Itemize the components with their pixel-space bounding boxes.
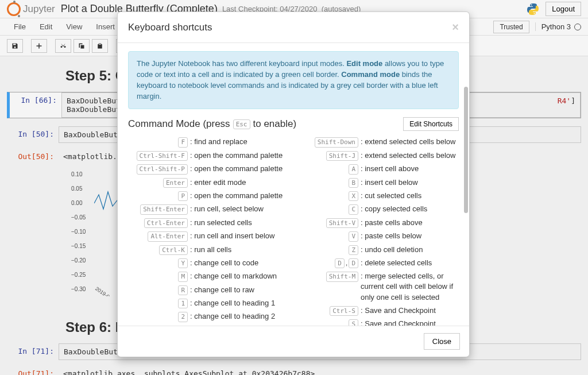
keyboard-shortcuts-modal: Keyboard shortcuts × The Jupyter Noteboo… [117,11,470,357]
shortcut-desc: : enter edit mode [190,177,288,188]
key-shift-enter: Shift-Enter [140,204,188,214]
shortcut-keys: B [299,177,361,188]
shortcut-row: Ctrl-Shift-F: open the command palette [128,150,288,161]
key-shift-v: Shift-V [326,218,358,228]
key-m: M [178,272,188,281]
key-d: D [349,258,358,268]
shortcut-keys: Shift-V [299,218,361,228]
shortcuts-col-left: F: find and replaceCtrl-Shift-F: open th… [128,137,288,326]
shortcuts-col-right: Shift-Down: extend selected cells belowS… [299,137,459,326]
shortcut-row: 2: change cell to heading 2 [128,311,288,322]
key-ctrl-s: Ctrl-S [330,306,358,316]
shortcut-desc: : run cell and insert below [190,231,288,241]
key-p: P [178,191,188,201]
shortcut-keys: Shift-J [299,150,361,161]
shortcut-keys: F [128,137,190,147]
shortcut-keys: Ctrl-S [299,306,361,316]
shortcut-row: Alt-Enter: run cell and insert below [128,231,288,241]
shortcut-row: S: Save and Checkpoint [299,319,459,326]
shortcut-row: A: insert cell above [299,164,459,174]
key-ctrl-shift-f: Ctrl-Shift-F [137,151,188,161]
shortcut-keys: Ctrl-Enter [128,218,190,228]
modal-body: The Jupyter Notebook has two different k… [118,43,469,326]
shortcut-desc: : insert cell below [361,177,459,188]
shortcut-desc: : find and replace [190,137,288,147]
shortcut-row: X: cut selected cells [299,191,459,201]
key-d: D [335,258,345,268]
shortcut-desc: : change cell to heading 1 [190,298,288,308]
shortcut-desc: : change cell to code [190,258,288,268]
shortcut-row: Ctrl-K: run all cells [128,245,288,255]
shortcut-keys: 1 [128,298,190,308]
shortcut-desc: : open the command palette [190,191,288,201]
scrollbar-thumb[interactable] [464,87,468,213]
shortcut-desc: : change cell to heading 2 [190,311,288,322]
shortcut-row: M: change cell to markdown [128,271,288,281]
shortcut-row: Ctrl-S: Save and Checkpoint [299,306,459,316]
shortcut-desc: : copy selected cells [361,204,459,214]
shortcut-row: 3: change cell to heading 3 [128,325,288,326]
shortcut-desc: : open the command palette [190,150,288,161]
shortcut-desc: : merge selected cells, or current cell … [361,271,459,303]
shortcut-desc: : open the command palette [190,164,288,174]
shortcut-row: Ctrl-Shift-P: open the command palette [128,164,288,174]
shortcut-desc: : cut selected cells [361,191,459,201]
shortcut-desc: : run all cells [190,245,288,255]
shortcut-desc: : undo cell deletion [361,245,459,255]
shortcut-row: Shift-J: extend selected cells below [299,150,459,161]
shortcut-row: D,D: delete selected cells [299,258,459,268]
shortcut-row: Shift-V: paste cells above [299,218,459,228]
key-ctrl-enter: Ctrl-Enter [144,218,188,228]
shortcut-keys: 2 [128,311,190,322]
modal-title: Keyboard shortcuts [128,22,212,33]
shortcut-desc: : change cell to markdown [190,271,288,281]
shortcut-desc: : paste cells below [361,231,459,241]
shortcut-keys: Ctrl-Shift-F [128,150,190,161]
shortcut-row: 1: change cell to heading 1 [128,298,288,308]
shortcut-row: Ctrl-Enter: run selected cells [128,218,288,228]
shortcut-row: V: paste cells below [299,231,459,241]
key-ctrl-k: Ctrl-K [159,245,188,255]
key-y: Y [178,258,188,268]
shortcut-row: Shift-Enter: run cell, select below [128,204,288,214]
key-shift-down: Shift-Down [315,137,358,147]
shortcut-desc: : run cell, select below [190,204,288,214]
key-f: F [178,137,188,147]
key-shift-m: Shift-M [326,272,358,281]
shortcut-keys: C [299,204,361,214]
shortcut-desc: : run selected cells [190,218,288,228]
esc-key-icon: Esc [233,119,250,129]
close-button[interactable]: Close [424,333,460,350]
shortcut-desc: : Save and Checkpoint [361,319,459,326]
shortcut-keys: Z [299,245,361,255]
edit-shortcuts-button[interactable]: Edit Shortcuts [403,117,459,131]
shortcut-desc: : delete selected cells [361,258,459,268]
key-x: X [349,191,358,201]
key-z: Z [349,245,358,255]
shortcut-desc: : extend selected cells below [361,150,459,161]
shortcut-keys: Alt-Enter [128,231,190,241]
shortcut-row: Enter: enter edit mode [128,177,288,188]
shortcut-desc: : Save and Checkpoint [361,306,459,316]
shortcut-desc: : change cell to heading 3 [190,325,288,326]
shortcut-desc: : extend selected cells below [361,137,459,147]
key-v: V [349,231,358,241]
key-1: 1 [178,299,188,308]
key-a: A [349,164,358,174]
shortcut-row: Z: undo cell deletion [299,245,459,255]
close-icon[interactable]: × [452,21,459,34]
shortcut-desc: : insert cell above [361,164,459,174]
shortcut-keys: Y [128,258,190,268]
shortcut-keys: 3 [128,325,190,326]
key-b: B [349,178,358,188]
shortcuts-grid: F: find and replaceCtrl-Shift-F: open th… [128,137,459,326]
shortcut-keys: X [299,191,361,201]
shortcut-keys: M [128,271,190,281]
modal-header: Keyboard shortcuts × [118,12,469,43]
shortcut-row: Shift-Down: extend selected cells below [299,137,459,147]
shortcut-keys: V [299,231,361,241]
key-ctrl-shift-p: Ctrl-Shift-P [137,164,188,174]
key-2: 2 [178,312,188,322]
shortcut-keys: A [299,164,361,174]
key-c: C [349,204,358,214]
